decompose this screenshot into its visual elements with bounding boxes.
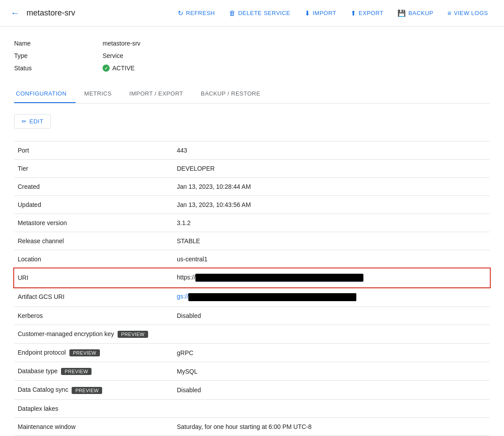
config-value: MySQL — [173, 362, 490, 381]
config-key: Release channel — [14, 232, 173, 250]
config-key: Maintenance window — [14, 417, 173, 436]
config-value — [173, 325, 490, 343]
config-value: 443 — [173, 142, 490, 160]
config-key: Updated — [14, 196, 173, 214]
info-type-row: Type Service — [14, 50, 490, 62]
config-value: Jan 13, 2023, 10:28:44 AM — [173, 178, 490, 196]
tab-import-export[interactable]: IMPORT / EXPORT — [121, 85, 192, 103]
config-key: Port — [14, 142, 173, 160]
info-status-row: Status ACTIVE — [14, 62, 490, 74]
tab-configuration[interactable]: CONFIGURATION — [14, 85, 76, 103]
config-value: STABLE — [173, 232, 490, 250]
table-row: UpdatedJan 13, 2023, 10:43:56 AM — [14, 196, 490, 214]
table-row: CreatedJan 13, 2023, 10:28:44 AM — [14, 178, 490, 196]
table-row: Port443 — [14, 142, 490, 160]
table-row: KerberosDisabled — [14, 306, 490, 325]
preview-badge: PREVIEW — [72, 387, 102, 394]
info-name-row: Name metastore-srv — [14, 37, 490, 50]
name-label: Name — [14, 40, 103, 47]
back-icon: ← — [11, 8, 19, 18]
back-button[interactable]: ← — [11, 8, 19, 18]
table-row: Customer-managed encryption keyPREVIEW — [14, 325, 490, 343]
main-content: Name metastore-srv Type Service Status A… — [0, 27, 504, 436]
config-key: Tier — [14, 160, 173, 178]
config-key: Created — [14, 178, 173, 196]
config-value: Disabled — [173, 306, 490, 325]
edit-button[interactable]: ✏ EDIT — [14, 114, 51, 129]
config-value: https:// — [173, 268, 490, 287]
table-row: Dataplex lakes — [14, 399, 490, 417]
config-key: Metastore version — [14, 214, 173, 232]
service-info: Name metastore-srv Type Service Status A… — [14, 37, 490, 74]
logs-icon: ≡ — [447, 9, 451, 17]
type-value: Service — [103, 52, 123, 59]
preview-badge: PREVIEW — [118, 331, 148, 338]
backup-button[interactable]: 💾 BACKUP — [392, 6, 439, 21]
config-value: gRPC — [173, 343, 490, 362]
import-icon: ⬇ — [305, 9, 311, 17]
tab-metrics[interactable]: METRICS — [76, 85, 121, 103]
table-row: URIhttps:// — [14, 268, 490, 287]
edit-icon: ✏ — [22, 118, 27, 125]
status-label: Status — [14, 65, 103, 72]
backup-icon: 💾 — [397, 9, 406, 17]
config-key: URI — [14, 268, 173, 287]
view-logs-button[interactable]: ≡ VIEW LOGS — [442, 6, 493, 20]
tab-bar: CONFIGURATION METRICS IMPORT / EXPORT BA… — [14, 85, 490, 103]
config-value: 3.1.2 — [173, 214, 490, 232]
table-row: Maintenance windowSaturday, for one hour… — [14, 417, 490, 436]
config-key: Endpoint protocolPREVIEW — [14, 343, 173, 362]
config-key: Location — [14, 250, 173, 268]
table-row: Data Catalog syncPREVIEWDisabled — [14, 381, 490, 399]
config-key: Customer-managed encryption keyPREVIEW — [14, 325, 173, 343]
toolbar: ← metastore-srv ↻ REFRESH 🗑 DELETE SERVI… — [0, 0, 504, 27]
config-value: us-central1 — [173, 250, 490, 268]
config-key: Database typePREVIEW — [14, 362, 173, 381]
table-row: Endpoint protocolPREVIEWgRPC — [14, 343, 490, 362]
config-key: Kerberos — [14, 306, 173, 325]
table-row: Artifact GCS URIgs:// — [14, 287, 490, 306]
tab-backup-restore[interactable]: BACKUP / RESTORE — [192, 85, 269, 103]
config-value — [173, 399, 490, 417]
config-value: Jan 13, 2023, 10:43:56 AM — [173, 196, 490, 214]
table-row: Locationus-central1 — [14, 250, 490, 268]
import-button[interactable]: ⬇ IMPORT — [299, 6, 342, 21]
table-row: TierDEVELOPER — [14, 160, 490, 178]
delete-service-button[interactable]: 🗑 DELETE SERVICE — [224, 6, 296, 20]
redacted-value — [188, 293, 356, 301]
redacted-value — [195, 274, 363, 282]
page-title: metastore-srv — [27, 8, 75, 18]
refresh-button[interactable]: ↻ REFRESH — [172, 6, 220, 21]
config-value: DEVELOPER — [173, 160, 490, 178]
config-value: Saturday, for one hour starting at 6:00 … — [173, 417, 490, 436]
config-value: gs:// — [173, 287, 490, 306]
config-value: Disabled — [173, 381, 490, 399]
config-table: Port443TierDEVELOPERCreatedJan 13, 2023,… — [14, 141, 490, 436]
export-icon: ⬆ — [351, 9, 357, 17]
preview-badge: PREVIEW — [69, 349, 100, 356]
status-value: ACTIVE — [103, 65, 135, 72]
refresh-icon: ↻ — [178, 9, 184, 17]
config-key: Artifact GCS URI — [14, 287, 173, 306]
table-row: Release channelSTABLE — [14, 232, 490, 250]
export-button[interactable]: ⬆ EXPORT — [345, 6, 389, 21]
type-label: Type — [14, 52, 103, 59]
config-key: Data Catalog syncPREVIEW — [14, 381, 173, 399]
delete-icon: 🗑 — [229, 9, 236, 17]
table-row: Metastore version3.1.2 — [14, 214, 490, 232]
preview-badge: PREVIEW — [61, 368, 92, 375]
table-row: Database typePREVIEWMySQL — [14, 362, 490, 381]
config-key: Dataplex lakes — [14, 399, 173, 417]
config-link[interactable]: gs:// — [177, 293, 188, 300]
name-value: metastore-srv — [103, 40, 141, 47]
status-icon — [103, 65, 110, 72]
